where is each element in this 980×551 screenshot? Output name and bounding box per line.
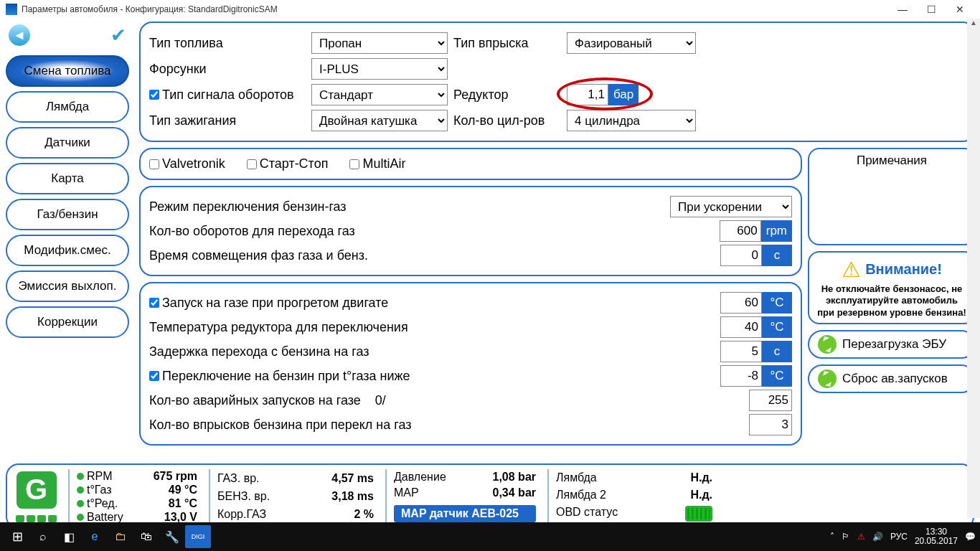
titlebar: Параметры автомобиля - Конфигурация: Sta…	[0, 0, 980, 19]
overlap-label: Время совмещения фаз газа и бенз.	[149, 248, 720, 263]
reducer-label: Редуктор	[453, 88, 561, 103]
delay-label: Задержка перехода с бензина на газ	[149, 344, 720, 359]
maximize-button[interactable]: ☐	[917, 0, 946, 19]
store-icon[interactable]: 🛍	[133, 525, 159, 548]
check-icon[interactable]: ✔	[110, 24, 126, 47]
warm-start-input[interactable]	[720, 292, 762, 314]
refresh-icon	[818, 369, 837, 388]
tray-clock[interactable]: 13:30 20.05.2017	[915, 527, 958, 546]
gas-mode-badge[interactable]: G	[17, 471, 57, 509]
scrollbar[interactable]: ▲	[967, 19, 980, 518]
ignition-label: Тип зажигания	[149, 113, 306, 128]
level-indicator	[16, 515, 57, 522]
emergency-starts-input[interactable]	[749, 390, 792, 411]
overlap-unit: с	[762, 245, 792, 266]
overlap-input[interactable]	[720, 245, 762, 266]
temperature-panel: Запуск на газе при прогретом двигате °C …	[139, 282, 802, 446]
injections-input[interactable]	[749, 414, 792, 435]
reducer-temp-input[interactable]	[720, 316, 762, 338]
tray-flag-icon[interactable]: 🏳	[842, 532, 850, 542]
notes-title: Примечания	[814, 154, 970, 168]
warm-start-checkbox[interactable]: Запуск на газе при прогретом двигате	[149, 296, 720, 311]
tray-network-icon[interactable]: ⚠	[857, 532, 865, 542]
inject-type-select[interactable]: Фазированый	[567, 32, 696, 54]
reset-emergency-button[interactable]: Сброс ав.запусков	[808, 364, 976, 393]
warning-panel: ⚠ Внимание! Не отключайте бензонасос, не…	[808, 251, 976, 324]
sidebar-item-lambda[interactable]: Лямбда	[6, 91, 129, 123]
tray-up-icon[interactable]: ˄	[830, 532, 834, 542]
sidebar-item-sensors[interactable]: Датчики	[6, 127, 129, 159]
multiair-checkbox[interactable]: MultiAir	[349, 156, 405, 171]
valvetronik-checkbox[interactable]: Valvetronik	[149, 156, 225, 171]
rpm-unit: rpm	[761, 220, 792, 242]
warning-icon: ⚠	[842, 257, 861, 282]
task-view-icon[interactable]: ◧	[56, 525, 82, 548]
reducer-temp-label: Температура редуктора для переключения	[149, 320, 720, 335]
switch-rpm-label: Кол-во оборотов для перехода газ	[149, 224, 720, 239]
fuel-type-select[interactable]: Пропан	[311, 32, 448, 54]
tray-volume-icon[interactable]: 🔊	[872, 532, 883, 542]
scroll-up-icon[interactable]: ▲	[967, 19, 980, 32]
back-to-petrol-checkbox[interactable]: Переключение на бензин при t°газа ниже	[149, 369, 720, 384]
sidebar-item-map[interactable]: Карта	[6, 163, 129, 194]
edge-icon[interactable]: e	[82, 525, 108, 548]
ignition-select[interactable]: Двойная катушка	[311, 110, 448, 131]
switch-panel: Режим переключения бензин-газ При ускоре…	[139, 186, 802, 276]
obd-connector-icon	[685, 506, 712, 522]
start-button[interactable]: ⊞	[4, 525, 30, 548]
sidebar-item-gas-petrol[interactable]: Газ/бензин	[6, 199, 129, 230]
back-icon[interactable]: ◄	[9, 24, 30, 46]
deg-c-unit: °C	[762, 292, 792, 314]
fuel-type-label: Тип топлива	[149, 36, 306, 51]
notifications-icon[interactable]: 💬	[965, 532, 976, 542]
tray-language[interactable]: РУС	[890, 532, 908, 542]
warning-text: Не отключайте бензонасос, не эксплуатиру…	[816, 283, 967, 319]
sidebar-item-fuel-change[interactable]: Смена топлива	[6, 55, 129, 87]
app-icon-1[interactable]: 🔧	[159, 525, 185, 548]
rpm-signal-checkbox[interactable]: Тип сигнала оборотов	[149, 88, 306, 103]
back-temp-input[interactable]	[720, 365, 762, 387]
switch-rpm-input[interactable]	[720, 220, 761, 242]
delay-input[interactable]	[720, 341, 762, 362]
top-panel: Тип топлива Пропан Тип впрыска Фазирован…	[139, 22, 976, 142]
warning-title: Внимание!	[865, 261, 942, 278]
notes-panel[interactable]: Примечания	[808, 148, 976, 245]
cylinders-select[interactable]: 4 цилиндра	[567, 110, 696, 131]
close-button[interactable]: ✕	[946, 0, 974, 19]
window-title: Параметры автомобиля - Конфигурация: Sta…	[22, 4, 278, 14]
sidebar-item-mixture[interactable]: Модифик.смес.	[6, 235, 129, 266]
switch-mode-label: Режим переключения бензин-газ	[149, 199, 670, 215]
injections-label: Кол-во впрысков бензина при перекл на га…	[149, 418, 749, 433]
sidebar: ◄ ✔ Смена топлива Лямбда Датчики Карта Г…	[0, 19, 135, 463]
status-bar: G RPM675 rpm t°Газ49 °C t°Ред.81 °C Batt…	[6, 463, 974, 529]
cylinders-label: Кол-во цил-ров	[453, 113, 561, 128]
switch-mode-select[interactable]: При ускорении	[670, 196, 792, 217]
reducer-input[interactable]	[567, 84, 608, 105]
sidebar-item-emission[interactable]: Эмиссия выхлоп.	[6, 270, 129, 302]
rpm-signal-select[interactable]: Стандарт	[311, 84, 448, 105]
start-stop-checkbox[interactable]: Старт-Стоп	[247, 156, 329, 171]
taskbar: ⊞ ⌕ ◧ e 🗀 🛍 🔧 DIGI ˄ 🏳 ⚠ 🔊 РУС 13:30 20.…	[0, 522, 980, 551]
reboot-ecu-button[interactable]: Перезагрузка ЭБУ	[808, 330, 976, 359]
digitronic-app-icon[interactable]: DIGI	[185, 525, 211, 548]
injectors-label: Форсунки	[149, 62, 306, 77]
map-sensor-badge[interactable]: MAP датчик AEB-025	[394, 505, 536, 522]
reducer-field: бар	[567, 84, 639, 105]
sidebar-item-corrections[interactable]: Коррекции	[6, 306, 129, 338]
injectors-select[interactable]: I-PLUS	[311, 58, 448, 80]
explorer-icon[interactable]: 🗀	[108, 525, 133, 548]
inject-type-label: Тип впрыска	[453, 36, 561, 51]
search-icon[interactable]: ⌕	[30, 525, 56, 548]
minimize-button[interactable]: —	[888, 0, 917, 19]
app-icon	[6, 4, 17, 15]
reducer-unit: бар	[608, 84, 639, 105]
checks-panel: Valvetronik Старт-Стоп MultiAir	[139, 148, 802, 180]
emergency-starts-label: Кол-во аварийных запусков на газе 0/	[149, 393, 749, 408]
refresh-icon	[818, 335, 837, 354]
